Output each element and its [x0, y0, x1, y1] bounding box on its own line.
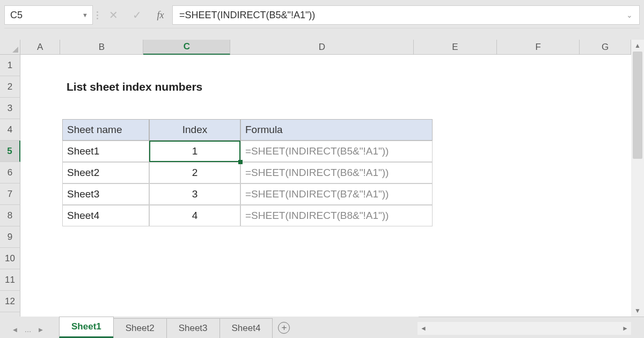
ellipsis-icon: …: [25, 326, 32, 334]
cell-B5[interactable]: Sheet1: [62, 141, 149, 162]
cell-C5[interactable]: 1: [149, 141, 240, 162]
tab-nav: ◄ … ►: [10, 325, 46, 338]
cells-area[interactable]: List sheet index numbers Sheet name Inde…: [20, 55, 631, 317]
chevron-down-icon: ▼: [634, 307, 641, 314]
cell-B2[interactable]: List sheet index numbers: [62, 76, 384, 98]
row-header-10[interactable]: 10: [0, 248, 20, 269]
row-4: Sheet name Index Formula: [20, 119, 631, 141]
row-header-13[interactable]: 13: [0, 312, 20, 317]
row-8: Sheet4 4 =SHEET(INDIRECT(B8&"!A1")): [20, 205, 631, 226]
formula-bar: C5 ▼ ✕ ✓ fx =SHEET(INDIRECT(B5&"!A1")) ⌄: [4, 5, 640, 25]
row-header-7[interactable]: 7: [0, 183, 20, 205]
cell-D8[interactable]: =SHEET(INDIRECT(B8&"!A1")): [240, 205, 433, 226]
row-header-4[interactable]: 4: [0, 119, 20, 141]
cell-B7[interactable]: Sheet3: [62, 183, 149, 205]
cell-B6[interactable]: Sheet2: [62, 162, 149, 183]
name-box-resize-handle[interactable]: [93, 5, 101, 25]
cell-C6[interactable]: 2: [149, 162, 240, 183]
horizontal-scrollbar[interactable]: ◄ ►: [418, 322, 631, 335]
row-header-5[interactable]: 5: [0, 141, 20, 162]
chevron-right-icon: ►: [622, 325, 628, 332]
cell-C7[interactable]: 3: [149, 183, 240, 205]
row-headers[interactable]: 1 2 3 4 5 6 7 8 9 10 11 12 13: [0, 55, 20, 317]
cell-C8[interactable]: 4: [149, 205, 240, 226]
sheet-tab-sheet1[interactable]: Sheet1: [59, 317, 114, 338]
scroll-left-button[interactable]: ◄: [418, 322, 429, 334]
check-icon: ✓: [133, 9, 142, 21]
formula-bar-divider: [4, 28, 640, 28]
col-header-F[interactable]: F: [497, 40, 580, 54]
chevron-up-icon: ▲: [634, 42, 641, 49]
sheet-tab-bar: ◄ … ► Sheet1 Sheet2 Sheet3 Sheet4 +: [0, 317, 419, 338]
sheet-tab-sheet4[interactable]: Sheet4: [219, 318, 273, 338]
scroll-right-button[interactable]: ►: [619, 322, 631, 334]
col-header-B[interactable]: B: [60, 40, 143, 54]
col-header-E[interactable]: E: [414, 40, 497, 54]
scroll-down-button[interactable]: ▼: [631, 305, 644, 317]
vertical-scroll-track[interactable]: [631, 52, 644, 305]
sheet-tab-sheet2[interactable]: Sheet2: [113, 318, 167, 338]
row-header-12[interactable]: 12: [0, 291, 20, 312]
insert-function-button[interactable]: fx: [149, 5, 172, 25]
row-header-1[interactable]: 1: [0, 55, 20, 76]
enter-button[interactable]: ✓: [125, 5, 149, 25]
col-header-A[interactable]: A: [20, 40, 60, 54]
row-6: Sheet2 2 =SHEET(INDIRECT(B6&"!A1")): [20, 162, 631, 183]
tab-nav-more[interactable]: …: [23, 325, 33, 334]
name-box-value: C5: [10, 10, 23, 21]
cell-C4[interactable]: Index: [149, 119, 240, 141]
row-7: Sheet3 3 =SHEET(INDIRECT(B7&"!A1")): [20, 183, 631, 205]
cell-D7[interactable]: =SHEET(INDIRECT(B7&"!A1")): [240, 183, 433, 205]
name-box-dropdown-icon[interactable]: ▼: [82, 12, 88, 18]
horizontal-scroll-track[interactable]: [429, 324, 619, 333]
chevron-left-icon: ◄: [420, 325, 427, 332]
new-sheet-button[interactable]: +: [272, 318, 296, 338]
row-1: [20, 55, 631, 76]
plus-icon: +: [278, 322, 290, 334]
row-header-3[interactable]: 3: [0, 98, 20, 119]
row-header-2[interactable]: 2: [0, 76, 20, 98]
row-header-6[interactable]: 6: [0, 162, 20, 183]
select-all-corner[interactable]: [0, 40, 20, 55]
row-header-8[interactable]: 8: [0, 205, 20, 226]
formula-text: =SHEET(INDIRECT(B5&"!A1")): [179, 10, 315, 21]
cell-D6[interactable]: =SHEET(INDIRECT(B6&"!A1")): [240, 162, 433, 183]
formula-bar-area: C5 ▼ ✕ ✓ fx =SHEET(INDIRECT(B5&"!A1")) ⌄: [0, 0, 644, 33]
fill-handle[interactable]: [238, 160, 243, 164]
scroll-up-button[interactable]: ▲: [631, 40, 644, 52]
vertical-scroll-thumb[interactable]: [633, 52, 642, 159]
row-header-11[interactable]: 11: [0, 269, 20, 291]
row-3: [20, 98, 631, 119]
sheet-tab-sheet3[interactable]: Sheet3: [166, 318, 220, 338]
col-header-G[interactable]: G: [580, 40, 631, 54]
chevron-left-icon: ◄: [12, 326, 19, 334]
tab-nav-next[interactable]: ►: [35, 325, 46, 334]
col-header-C[interactable]: C: [143, 40, 230, 55]
excel-window: C5 ▼ ✕ ✓ fx =SHEET(INDIRECT(B5&"!A1")) ⌄…: [0, 0, 644, 338]
row-header-9[interactable]: 9: [0, 226, 20, 248]
row-5: Sheet1 1 =SHEET(INDIRECT(B5&"!A1")): [20, 141, 631, 162]
col-header-D[interactable]: D: [230, 40, 414, 54]
chevron-right-icon: ►: [38, 326, 45, 334]
cancel-icon: ✕: [109, 9, 118, 21]
vertical-scrollbar[interactable]: ▲ ▼: [631, 40, 644, 317]
worksheet-grid[interactable]: A B C D E F G 1 2 3 4 5 6 7 8 9 10 11 12…: [0, 40, 631, 317]
sheet-tabs: Sheet1 Sheet2 Sheet3 Sheet4 +: [59, 317, 296, 338]
formula-bar-expand-icon[interactable]: ⌄: [622, 11, 633, 19]
cell-B8[interactable]: Sheet4: [62, 205, 149, 226]
cell-D5[interactable]: =SHEET(INDIRECT(B5&"!A1")): [240, 141, 433, 162]
cancel-button[interactable]: ✕: [101, 5, 125, 25]
name-box[interactable]: C5 ▼: [4, 5, 93, 25]
tab-nav-prev[interactable]: ◄: [10, 325, 20, 334]
column-headers[interactable]: A B C D E F G: [20, 40, 631, 55]
formula-input[interactable]: =SHEET(INDIRECT(B5&"!A1")) ⌄: [172, 5, 640, 25]
fx-icon: fx: [157, 10, 164, 21]
cell-D4[interactable]: Formula: [240, 119, 433, 141]
cell-B4[interactable]: Sheet name: [62, 119, 149, 141]
row-2: List sheet index numbers: [20, 76, 631, 98]
